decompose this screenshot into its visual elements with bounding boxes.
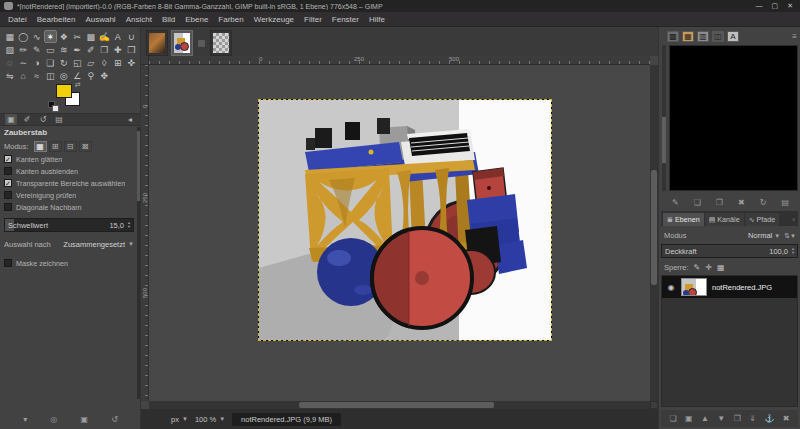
tool-cage-transform[interactable]: ⌂ bbox=[17, 69, 31, 82]
visibility-eye-icon[interactable]: ◉ bbox=[666, 283, 676, 292]
checkbox-maske-zeichnen[interactable]: Maske zeichnen bbox=[4, 257, 134, 269]
tool-options-scrollbar[interactable] bbox=[137, 127, 140, 399]
tool-heal[interactable]: ✚ bbox=[111, 43, 125, 56]
checkbox-vereinigung-prüfen[interactable]: Vereinigung prüfen bbox=[4, 189, 134, 201]
menu-hilfe[interactable]: Hilfe bbox=[364, 12, 390, 27]
mypaint-dialog-tab[interactable]: ◫ bbox=[712, 31, 724, 42]
threshold-slider[interactable]: Schwellwert 15,0 ▲▼ bbox=[4, 218, 134, 232]
zoom-dropdown[interactable]: 100 % ▼ bbox=[195, 415, 225, 424]
lock-alpha-icon[interactable]: ▦ bbox=[717, 263, 725, 272]
image-tab-2[interactable] bbox=[171, 30, 193, 56]
menu-bild[interactable]: Bild bbox=[157, 12, 180, 27]
menu-werkzeuge[interactable]: Werkzeuge bbox=[249, 12, 299, 27]
menu-farben[interactable]: Farben bbox=[213, 12, 248, 27]
mode-add[interactable]: ⊞ bbox=[49, 141, 62, 152]
image-tab-1[interactable] bbox=[146, 30, 168, 56]
delete-layer-button[interactable]: ✖ bbox=[783, 414, 790, 423]
tool-rectangle-select[interactable]: ▦ bbox=[3, 30, 17, 43]
tab-pfade[interactable]: ∿Pfade bbox=[745, 213, 780, 226]
tool-rotate[interactable]: ↻ bbox=[57, 56, 71, 69]
menu-ansicht[interactable]: Ansicht bbox=[121, 12, 157, 27]
merge-down-button[interactable]: ⇓ bbox=[749, 414, 756, 423]
tool-mypaint-brush[interactable]: ✐ bbox=[84, 43, 98, 56]
tool-warp-transform[interactable]: ≈ bbox=[30, 69, 44, 82]
new-brush-button[interactable]: ❏ bbox=[694, 198, 701, 207]
menu-ebene[interactable]: Ebene bbox=[180, 12, 213, 27]
mode-intersect[interactable]: ⊠ bbox=[79, 141, 92, 152]
checkbox-transparente-bereiche-auswählen[interactable]: ✓Transparente Bereiche auswählen bbox=[4, 177, 134, 189]
tool-flip[interactable]: ⇋ bbox=[3, 69, 17, 82]
tool-handle-transform[interactable]: ✜ bbox=[125, 56, 139, 69]
tool-select-by-color[interactable]: ❖ bbox=[57, 30, 71, 43]
default-colors-icon[interactable] bbox=[48, 101, 55, 108]
tool-3d-transform[interactable]: ◫ bbox=[44, 69, 58, 82]
image-notrendered[interactable] bbox=[258, 99, 552, 341]
tool-shear[interactable]: ▱ bbox=[84, 56, 98, 69]
chevron-down-icon[interactable]: ▼ bbox=[774, 233, 780, 239]
menu-filter[interactable]: Filter bbox=[299, 12, 327, 27]
unit-dropdown[interactable]: px ▼ bbox=[171, 415, 188, 424]
threshold-spinner[interactable]: ▲▼ bbox=[126, 220, 132, 230]
tool-ink[interactable]: ✒ bbox=[71, 43, 85, 56]
checkbox-kanten-ausblenden[interactable]: Kanten ausblenden bbox=[4, 165, 134, 177]
reset-tool-button[interactable]: ↺ bbox=[111, 415, 118, 424]
tool-bucket-fill[interactable]: ∪ bbox=[125, 30, 139, 43]
tool-paintbrush[interactable]: ✎ bbox=[30, 43, 44, 56]
tool-smudge[interactable]: ∼ bbox=[17, 56, 31, 69]
tool-fuzzy-select[interactable]: ✶ bbox=[44, 30, 58, 43]
tool-scissors-select[interactable]: ✂ bbox=[71, 30, 85, 43]
tool-crop[interactable]: ❏ bbox=[44, 56, 58, 69]
mode-subtract[interactable]: ⊟ bbox=[64, 141, 77, 152]
patterns-dialog-tab[interactable]: ▦ bbox=[682, 31, 694, 42]
menu-fenster[interactable]: Fenster bbox=[327, 12, 364, 27]
tool-perspective[interactable]: ◊ bbox=[98, 56, 112, 69]
anchor-layer-button[interactable]: ⚓ bbox=[764, 414, 774, 423]
opacity-spinner[interactable]: ▲▼ bbox=[790, 246, 796, 256]
duplicate-layer-button[interactable]: ❐ bbox=[734, 414, 741, 423]
tool-paths[interactable]: ✍ bbox=[98, 30, 112, 43]
fonts-dialog-tab[interactable]: A bbox=[727, 31, 739, 42]
checkbox-diagonale-nachbarn[interactable]: Diagonale Nachbarn bbox=[4, 201, 134, 213]
tool-perspective-clone[interactable]: ❒ bbox=[125, 43, 139, 56]
delete-brush-button[interactable]: ✖ bbox=[738, 198, 745, 207]
foreground-color-swatch[interactable] bbox=[56, 84, 72, 98]
brush-list-scrollbar[interactable] bbox=[662, 45, 666, 191]
tab-kanäle[interactable]: ▤Kanäle bbox=[705, 213, 744, 226]
tool-blur-sharpen[interactable]: ◌ bbox=[3, 56, 17, 69]
brush-preview[interactable] bbox=[669, 45, 798, 191]
tool-airbrush[interactable]: ≋ bbox=[57, 43, 71, 56]
tool-move[interactable]: ✥ bbox=[98, 69, 112, 82]
vertical-ruler[interactable]: 0250500 bbox=[141, 65, 149, 401]
tool-pencil[interactable]: ✏ bbox=[17, 43, 31, 56]
open-as-list-button[interactable]: ▤ bbox=[781, 198, 789, 207]
select-by-dropdown[interactable]: Zusammengesetzt ▼ bbox=[63, 240, 134, 249]
tool-text[interactable]: A bbox=[111, 30, 125, 43]
tool-dodge-burn[interactable]: ◑ bbox=[30, 56, 44, 69]
menu-bearbeiten[interactable]: Bearbeiten bbox=[32, 12, 81, 27]
image-tab-3[interactable] bbox=[210, 30, 232, 56]
lock-pixels-icon[interactable]: ✎ bbox=[694, 263, 701, 272]
vertical-scrollbar[interactable] bbox=[650, 65, 658, 401]
gradients-dialog-tab[interactable]: ▥ bbox=[697, 31, 709, 42]
lock-position-icon[interactable]: ✛ bbox=[705, 263, 712, 272]
canvas[interactable] bbox=[149, 65, 650, 401]
vertical-scroll-handle[interactable] bbox=[651, 170, 657, 285]
tool-free-select[interactable]: ∿ bbox=[30, 30, 44, 43]
tool-unified-transform[interactable]: ⊞ bbox=[111, 56, 125, 69]
navigation-button[interactable] bbox=[650, 401, 658, 409]
new-group-button[interactable]: ▣ bbox=[685, 414, 693, 423]
swap-colors-icon[interactable]: ⇄ bbox=[75, 81, 81, 89]
tool-eraser[interactable]: ▭ bbox=[44, 43, 58, 56]
edit-brush-button[interactable]: ✎ bbox=[672, 198, 679, 207]
tool-zoom[interactable]: ⚲ bbox=[84, 69, 98, 82]
menu-datei[interactable]: Datei bbox=[3, 12, 32, 27]
save-preset-button[interactable]: ▾ bbox=[23, 415, 27, 424]
hamburger-menu-icon[interactable]: ≡ bbox=[792, 32, 797, 41]
menu-auswahl[interactable]: Auswahl bbox=[80, 12, 120, 27]
minimize-button[interactable]: — bbox=[756, 0, 763, 12]
restore-preset-button[interactable]: ◎ bbox=[50, 415, 57, 424]
refresh-brushes-button[interactable]: ↻ bbox=[760, 198, 767, 207]
layer-mode-value[interactable]: Normal bbox=[748, 231, 772, 240]
lower-layer-button[interactable]: ▼ bbox=[717, 414, 725, 423]
opacity-slider[interactable]: Deckkraft 100,0 ▲▼ bbox=[661, 244, 798, 258]
